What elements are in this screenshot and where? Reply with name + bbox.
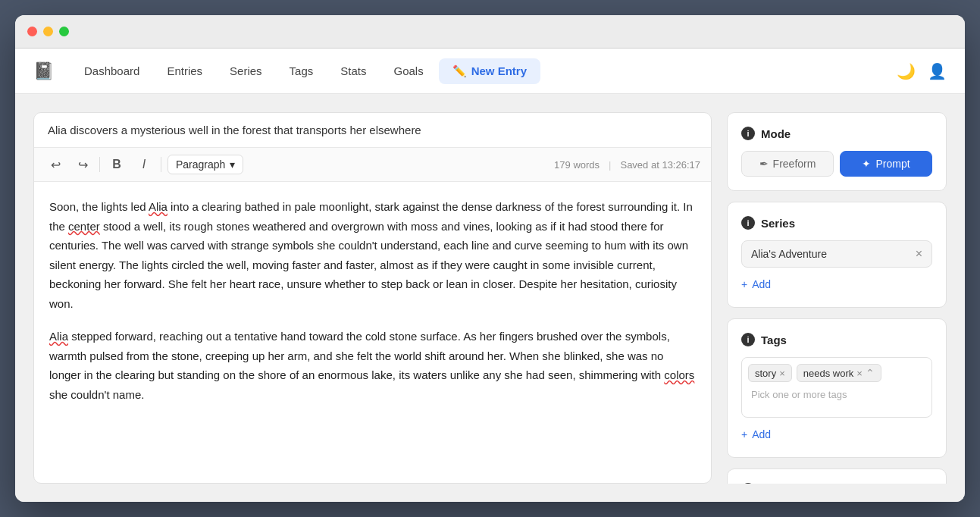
redo-button[interactable]: ↪	[72, 154, 93, 175]
suggestions-title: Suggestions	[761, 484, 829, 484]
app-window: 📓 Dashboard Entries Series Tags Stats Go…	[15, 15, 965, 502]
series-title: Series	[761, 217, 795, 230]
pen-icon: ✒	[759, 158, 769, 170]
nav-tags[interactable]: Tags	[277, 58, 326, 83]
suggestions-section: i Suggestions ✦ Generate suggestions	[727, 468, 947, 484]
nav-series[interactable]: Series	[218, 58, 274, 83]
stat-divider: |	[609, 159, 611, 171]
editor-body[interactable]: Soon, the lights led Alia into a clearin…	[34, 182, 711, 483]
editor-area: Alia discovers a mysterious well in the …	[33, 112, 712, 484]
main-content: Alia discovers a mysterious well in the …	[15, 94, 965, 502]
toolbar-divider-2	[161, 157, 161, 172]
nav-links: Dashboard Entries Series Tags Stats Goal…	[72, 58, 897, 84]
tags-add-label: Add	[752, 428, 771, 440]
minimize-button[interactable]	[43, 27, 53, 36]
tag-arrow-icon: ⌃	[866, 367, 875, 379]
undo-button[interactable]: ↩	[45, 154, 66, 175]
maximize-button[interactable]	[59, 27, 69, 36]
toolbar-stats: 179 words | Saved at 13:26:17	[554, 159, 700, 171]
pencil-icon: ✏️	[452, 64, 467, 78]
bold-button[interactable]: B	[106, 154, 127, 175]
tags-row: story × needs work × ⌃	[748, 364, 925, 382]
tag-input[interactable]: Pick one or more tags	[748, 387, 925, 403]
sidebar: i Mode ✒ Freeform ✦ Prompt i	[727, 112, 947, 484]
paragraph-2: Alia stepped forward, reaching out a ten…	[49, 327, 696, 404]
tags-container[interactable]: story × needs work × ⌃ Pick one or more …	[741, 357, 932, 418]
paragraph-select[interactable]: Paragraph ▾	[168, 155, 243, 174]
prompt-label: Prompt	[875, 158, 910, 170]
tag-needs-work: needs work × ⌃	[797, 364, 881, 382]
mode-info-icon: i	[741, 127, 755, 140]
nav-dashboard[interactable]: Dashboard	[72, 58, 152, 83]
tags-section: i Tags story × needs work × ⌃	[727, 318, 947, 458]
new-entry-button[interactable]: ✏️ New Entry	[439, 58, 540, 84]
nav-goals[interactable]: Goals	[381, 58, 435, 83]
tags-info-icon: i	[741, 333, 755, 346]
editor-toolbar: ↩ ↪ B I Paragraph ▾ 179 words | Saved at…	[34, 148, 711, 182]
tags-title: Tags	[761, 334, 787, 346]
toolbar-divider-1	[99, 157, 100, 172]
mode-title: Mode	[761, 127, 791, 140]
series-info-icon: i	[741, 216, 755, 230]
nav-right: 🌙 👤	[897, 62, 947, 80]
tags-add-button[interactable]: + Add	[741, 425, 932, 443]
close-button[interactable]	[27, 27, 37, 36]
series-value: Alia's Adventure	[751, 248, 827, 260]
series-header: i Series	[741, 216, 932, 230]
moon-icon[interactable]: 🌙	[897, 62, 916, 80]
nav-entries[interactable]: Entries	[155, 58, 214, 83]
mode-section: i Mode ✒ Freeform ✦ Prompt	[727, 112, 947, 191]
suggestions-info-icon: i	[741, 483, 755, 484]
series-add-button[interactable]: + Add	[741, 275, 932, 293]
freeform-label: Freeform	[773, 158, 816, 170]
italic-button[interactable]: I	[133, 154, 155, 175]
saved-status: Saved at 13:26:17	[620, 159, 700, 171]
new-entry-label: New Entry	[471, 64, 527, 77]
suggestions-header: i Suggestions	[741, 483, 932, 484]
plus-icon-tags: +	[741, 428, 747, 440]
titlebar	[15, 15, 965, 49]
mode-header: i Mode	[741, 127, 932, 140]
series-section: i Series Alia's Adventure × + Add	[727, 202, 947, 308]
paragraph-1: Soon, the lights led Alia into a clearin…	[49, 197, 696, 313]
editor-title[interactable]: Alia discovers a mysterious well in the …	[34, 113, 711, 148]
traffic-lights	[27, 27, 69, 36]
series-add-label: Add	[752, 278, 771, 290]
sparkle-mode-icon: ✦	[862, 158, 871, 170]
navbar: 📓 Dashboard Entries Series Tags Stats Go…	[15, 49, 965, 94]
tag-needs-work-label: needs work	[803, 368, 853, 379]
tag-story: story ×	[748, 364, 792, 382]
plus-icon-series: +	[741, 278, 747, 290]
tag-story-label: story	[755, 368, 776, 379]
word-count: 179 words	[554, 159, 600, 171]
chevron-down-icon: ▾	[230, 158, 235, 171]
prompt-mode-button[interactable]: ✦ Prompt	[840, 151, 932, 177]
series-remove-button[interactable]: ×	[916, 247, 922, 261]
user-icon[interactable]: 👤	[928, 62, 947, 80]
tag-needs-work-remove[interactable]: ×	[856, 368, 863, 379]
series-tag: Alia's Adventure ×	[741, 240, 932, 268]
mode-buttons: ✒ Freeform ✦ Prompt	[741, 151, 932, 177]
app-logo: 📓	[33, 61, 54, 81]
tags-header: i Tags	[741, 333, 932, 346]
nav-stats[interactable]: Stats	[328, 58, 378, 83]
paragraph-label: Paragraph	[176, 158, 225, 171]
tag-story-remove[interactable]: ×	[779, 368, 785, 379]
freeform-mode-button[interactable]: ✒ Freeform	[741, 151, 834, 177]
